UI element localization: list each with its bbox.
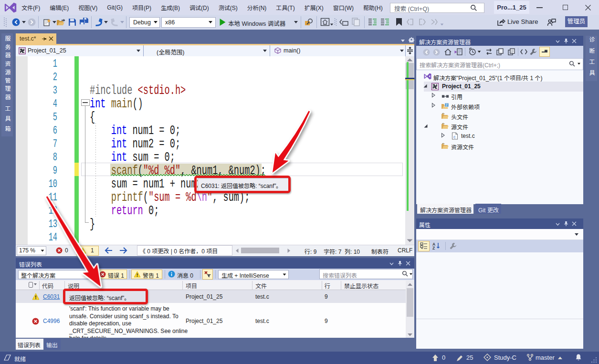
svg-text:c: c — [453, 135, 456, 139]
svg-text:Z: Z — [432, 246, 435, 250]
